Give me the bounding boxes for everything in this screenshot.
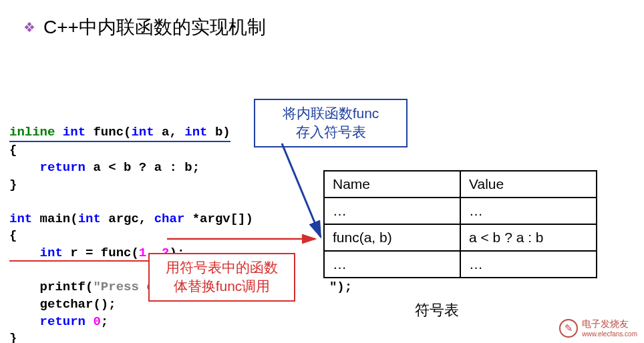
table-row: func(a, b) a < b ? a : b [324, 224, 597, 251]
symbol-table: Name Value … … func(a, b) a < b ? a : b … [323, 170, 597, 278]
callout-blue-line1: 将内联函数func [265, 104, 397, 123]
cell-func-value: a < b ? a : b [460, 224, 597, 251]
callout-blue-line2: 存入符号表 [265, 123, 397, 141]
cell-dots: … [460, 251, 597, 278]
cell-func-name: func(a, b) [324, 224, 460, 251]
bullet-icon: ❖ [23, 19, 35, 35]
callout-replace-call: 用符号表中的函数 体替换func调用 [148, 253, 295, 302]
header-name: Name [324, 171, 460, 198]
table-caption: 符号表 [415, 300, 459, 320]
callout-store-func: 将内联函数func 存入符号表 [254, 99, 408, 147]
header-value: Value [460, 171, 597, 198]
watermark-logo-icon: ✎ [559, 319, 578, 338]
callout-red-line1: 用符号表中的函数 [159, 258, 285, 277]
cell-dots: … [460, 198, 597, 224]
heading-text: C++中内联函数的实现机制 [43, 15, 266, 40]
table-row: … … [324, 198, 597, 224]
watermark: ✎ 电子发烧友 www.elecfans.com [559, 318, 637, 338]
table-row: Name Value [324, 171, 597, 198]
table-row: … … [324, 251, 597, 278]
callout-red-line2: 体替换func调用 [159, 277, 285, 296]
cell-dots: … [324, 198, 460, 224]
watermark-text: 电子发烧友 www.elecfans.com [582, 318, 637, 338]
cell-dots: … [324, 251, 460, 278]
slide-heading: ❖ C++中内联函数的实现机制 [23, 15, 266, 40]
